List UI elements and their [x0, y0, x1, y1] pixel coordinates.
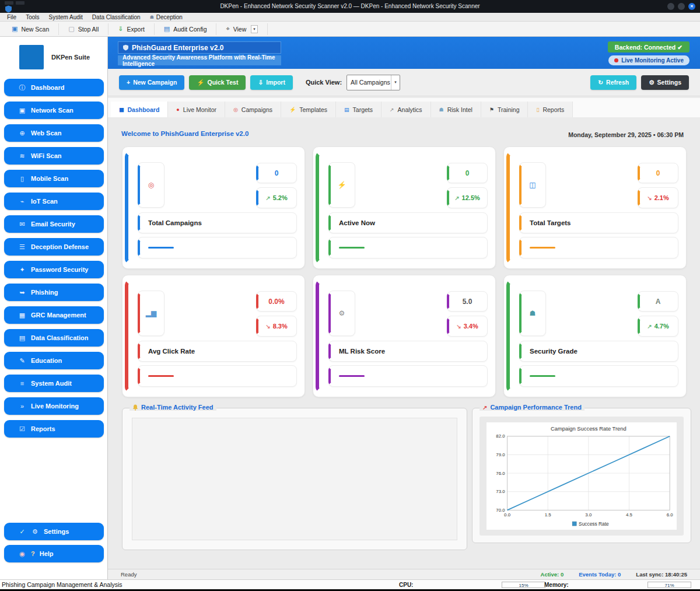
quick-view-select[interactable]: All Campaigns ▾: [346, 75, 400, 90]
sidebar-help-label: Help: [40, 550, 54, 557]
tab-label: Risk Intel: [447, 106, 473, 113]
events-count: Events Today: 0: [579, 571, 621, 578]
tab-item[interactable]: ☗ Risk Intel: [431, 102, 481, 117]
stat-value-box: 5.0: [447, 291, 488, 312]
menu-item[interactable]: Tools: [21, 14, 44, 20]
trend-arrow-icon: ↗: [265, 195, 270, 201]
tab-label: Analytics: [398, 106, 422, 113]
stat-label: Avg Click Rate: [148, 348, 195, 355]
stat-icon-box: ⚡: [328, 162, 355, 208]
tab-item[interactable]: ◎ Campaigns: [225, 102, 281, 117]
tab-item[interactable]: ▤ Targets: [336, 102, 382, 117]
app-status-text: Phishing Campaign Management & Analysis: [2, 581, 123, 588]
stat-divider-box: [328, 237, 488, 258]
toolbar-dropdown-arrow-icon[interactable]: ▾: [251, 25, 258, 33]
accent-divider-line: [148, 247, 174, 249]
sidebar-item[interactable]: ✎ Education: [4, 352, 104, 369]
toolbar-button-label: Stop All: [78, 26, 99, 33]
sidebar-item[interactable]: ☑ Reports: [4, 420, 104, 438]
tab-item[interactable]: ⚑ Training: [481, 102, 528, 117]
minimize-button[interactable]: [667, 3, 674, 10]
stat-icon: ⚙: [339, 309, 345, 317]
campaign-action-button[interactable]: ⇩ Import: [250, 75, 292, 90]
toolbar-button[interactable]: ▢ Stop All: [59, 23, 108, 35]
toolbar-button[interactable]: ▣ New Scan: [2, 23, 59, 35]
sidebar-item-label: GRC Management: [31, 312, 86, 319]
close-button[interactable]: ✕: [688, 3, 695, 10]
svg-text:82.0: 82.0: [496, 433, 505, 439]
campaign-action-button[interactable]: ⚡ Quick Test: [189, 75, 246, 90]
tab-bar: ▦ Dashboard ● Live Monitor ◎ Campaigns ⚡…: [108, 98, 700, 117]
chevron-down-icon[interactable]: ▾: [391, 75, 400, 90]
sidebar-item[interactable]: ✉ Email Security: [4, 215, 104, 233]
tab-icon: ☗: [439, 107, 444, 113]
stat-label-box: Avg Click Rate: [138, 341, 297, 362]
sidebar-settings-button[interactable]: ✓ ⚙ Settings: [4, 523, 104, 540]
stat-label-box: Active Now: [328, 212, 488, 233]
sidebar-help-button[interactable]: ◉ ? Help: [4, 545, 104, 562]
sidebar-item[interactable]: » Live Monitoring: [4, 397, 104, 415]
settings-button[interactable]: ⚙ Settings: [641, 75, 689, 90]
menu-item[interactable]: ☗ Deception: [145, 14, 187, 20]
sidebar-item[interactable]: ☰ Deception Defense: [4, 238, 104, 256]
campaign-action-button[interactable]: + New Campaign: [119, 75, 184, 90]
tab-item[interactable]: ● Live Monitor: [168, 102, 225, 117]
stat-divider-box: [519, 365, 678, 387]
stat-trend-box: ↗ 5.2%: [256, 187, 297, 208]
tab-icon: ⚑: [489, 107, 494, 113]
menu-item-label: Deception: [156, 14, 183, 20]
trend-arrow-icon: ↘: [265, 323, 270, 330]
sidebar-item[interactable]: ▤ Data Classification: [4, 329, 104, 347]
tab-item[interactable]: ▯ Reports: [528, 102, 573, 117]
red-dot-icon: [614, 58, 618, 62]
sidebar-item[interactable]: ▣ Network Scan: [4, 102, 104, 119]
memory-progressbar: 71%: [648, 582, 691, 588]
refresh-icon: ↻: [598, 79, 603, 86]
sidebar-item[interactable]: ▯ Mobile Scan: [4, 170, 104, 187]
svg-text:Success Rate: Success Rate: [579, 521, 609, 527]
sidebar-item[interactable]: ⊕ Web Scan: [4, 124, 104, 142]
sidebar-item[interactable]: ▦ GRC Management: [4, 306, 104, 324]
shield-icon: [123, 44, 128, 51]
toolbar-button[interactable]: ⇓ Export: [108, 23, 155, 35]
sidebar-item-label: Dashboard: [31, 84, 64, 91]
sidebar-item-label: Deception Defense: [31, 243, 89, 250]
sidebar-item-icon: ▣: [18, 107, 26, 114]
sidebar-item[interactable]: ≡ System Audit: [4, 375, 104, 392]
tab-item[interactable]: ▦ Dashboard: [111, 102, 168, 117]
maximize-button[interactable]: [678, 3, 685, 10]
sidebar-item[interactable]: ➥ Phishing: [4, 284, 104, 301]
stat-label-box: Security Grade: [519, 341, 678, 362]
chart-groupbox-title: ↗ Campaign Performance Trend: [480, 404, 584, 411]
sidebar-item[interactable]: ⌁ IoT Scan: [4, 193, 104, 210]
stat-trend-value: 4.7%: [654, 323, 669, 330]
action-bar: + New Campaign ⚡ Quick Test ⇩ Import Qui…: [108, 69, 700, 96]
chart-groupbox: ↗ Campaign Performance Trend 70.073.076.…: [472, 408, 691, 543]
toolbar-button[interactable]: ⌖ View ▾: [216, 23, 267, 35]
svg-text:76.0: 76.0: [496, 471, 505, 476]
stat-value: 0: [275, 169, 279, 177]
stat-value: 0: [656, 169, 660, 177]
toolbar-button-label: View: [233, 26, 247, 33]
sidebar-item[interactable]: ⓘ Dashboard: [4, 79, 104, 96]
menu-item[interactable]: File: [2, 14, 21, 20]
activity-feed-list: [132, 418, 457, 540]
toolbar-button[interactable]: ▤ Audit Config: [155, 23, 217, 35]
live-monitoring-badge: Live Monitoring Active: [608, 55, 690, 65]
refresh-button[interactable]: ↻ Refresh: [590, 75, 636, 90]
toolbar-button-icon: ⇓: [118, 25, 123, 33]
window-titlebar: DKPen - Enhanced Network Security Scanne…: [0, 0, 700, 13]
panel-status-bar: Ready Active: 0 Events Today: 0 Last syn…: [108, 569, 700, 579]
menu-item[interactable]: System Audit: [44, 14, 87, 20]
stat-value: A: [656, 298, 661, 306]
stat-trend-box: ↗ 12.5%: [447, 187, 488, 208]
menu-item[interactable]: Data Classification: [88, 14, 145, 20]
sidebar-item[interactable]: ≋ WiFi Scan: [4, 147, 104, 165]
sidebar-item-icon: ✦: [18, 266, 26, 274]
tab-item[interactable]: ⚡ Templates: [281, 102, 336, 117]
sidebar-item[interactable]: ✦ Password Security: [4, 261, 104, 278]
tab-item[interactable]: ↗ Analytics: [382, 102, 431, 117]
stat-trend-box: ↘ 3.4%: [447, 316, 488, 337]
stat-label: ML Risk Score: [339, 348, 385, 355]
tab-icon: ●: [176, 107, 179, 113]
